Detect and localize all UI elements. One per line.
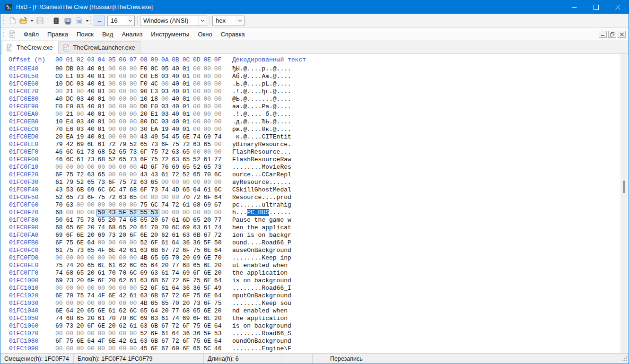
hex-byte[interactable]: 6E bbox=[77, 232, 87, 239]
hex-byte[interactable]: 75 bbox=[66, 171, 76, 179]
hex-byte[interactable]: 65 bbox=[130, 194, 140, 201]
hex-byte[interactable]: 63 bbox=[193, 224, 203, 232]
hex-byte[interactable]: 52 bbox=[140, 285, 150, 292]
resize-grip[interactable] bbox=[622, 355, 628, 363]
hex-byte[interactable]: 40 bbox=[87, 133, 97, 141]
row-offset[interactable]: 01FC0E80 bbox=[9, 95, 38, 103]
row-offset[interactable]: 01FC0F30 bbox=[9, 179, 38, 186]
hex-byte[interactable]: 40 bbox=[172, 103, 182, 111]
hex-byte[interactable]: 03 bbox=[77, 65, 87, 73]
hex-byte[interactable]: 20 bbox=[140, 111, 150, 118]
hex-byte[interactable]: 74 bbox=[172, 315, 182, 322]
hex-byte[interactable]: 52 bbox=[130, 141, 140, 148]
hex-byte[interactable]: 65 bbox=[183, 148, 193, 156]
hex-byte[interactable]: 6F bbox=[203, 194, 214, 201]
decoded-text[interactable]: the application bbox=[232, 315, 291, 322]
mdi-restore-button[interactable] bbox=[608, 31, 616, 38]
tab-thecrew-exe[interactable]: FBA0TheCrew.exe bbox=[2, 41, 59, 54]
hex-byte[interactable]: 6E bbox=[183, 345, 193, 353]
hex-byte[interactable]: 69 bbox=[77, 141, 87, 148]
menu-item[interactable]: Вид bbox=[98, 29, 118, 40]
row-offset[interactable]: 01FC0E60 bbox=[9, 80, 38, 88]
hex-byte[interactable]: 00 bbox=[108, 80, 119, 88]
hex-byte[interactable]: 68 bbox=[98, 156, 108, 164]
hex-byte[interactable]: 6F bbox=[183, 292, 193, 300]
bytes-per-row-select[interactable]: 16 bbox=[107, 16, 135, 26]
hex-byte[interactable]: 00 bbox=[98, 345, 108, 353]
hex-byte[interactable]: 63 bbox=[151, 315, 161, 322]
hex-byte[interactable]: 6F bbox=[140, 186, 150, 194]
hex-byte[interactable]: 00 bbox=[130, 285, 140, 292]
menu-item[interactable]: Поиск bbox=[72, 29, 98, 40]
hex-byte[interactable]: 20 bbox=[214, 262, 225, 269]
row-offset[interactable]: 01FC0F00 bbox=[9, 156, 38, 164]
decoded-text[interactable]: ut enabled when bbox=[232, 262, 291, 269]
hex-byte[interactable]: 45 bbox=[172, 133, 182, 141]
hex-byte[interactable]: 65 bbox=[161, 300, 172, 307]
hex-byte[interactable]: 77 bbox=[172, 307, 182, 315]
hex-byte[interactable]: 00 bbox=[108, 345, 119, 353]
save-button[interactable] bbox=[34, 15, 45, 26]
minimize-button[interactable] bbox=[563, 0, 585, 14]
hex-byte[interactable]: 72 bbox=[172, 292, 182, 300]
bytes-per-row-width-icon[interactable]: ↔ bbox=[94, 16, 105, 26]
hex-byte[interactable]: 65 bbox=[140, 262, 150, 269]
hex-byte[interactable]: 63 bbox=[119, 194, 129, 201]
decoded-text[interactable]: ound....Road66_P bbox=[232, 239, 291, 247]
hex-byte[interactable]: 05 bbox=[161, 65, 172, 73]
hex-byte[interactable]: 6B bbox=[193, 232, 203, 239]
hex-byte[interactable]: 6E bbox=[55, 292, 66, 300]
hex-byte[interactable]: 6E bbox=[203, 277, 214, 285]
hex-byte[interactable]: 19 bbox=[77, 133, 87, 141]
hex-byte[interactable]: 61 bbox=[161, 269, 172, 277]
hex-byte[interactable]: 65 bbox=[161, 254, 172, 262]
hex-byte[interactable]: 00 bbox=[130, 345, 140, 353]
hex-byte[interactable]: 01 bbox=[183, 73, 193, 80]
hex-byte[interactable]: 64 bbox=[172, 330, 182, 338]
hex-byte[interactable]: 75 bbox=[193, 292, 203, 300]
hex-byte[interactable]: 40 bbox=[172, 111, 182, 118]
open-file-button[interactable] bbox=[18, 15, 29, 26]
hex-byte[interactable]: 73 bbox=[193, 300, 203, 307]
hex-byte[interactable]: 00 bbox=[108, 73, 119, 80]
hex-byte[interactable]: 65 bbox=[140, 307, 150, 315]
hex-byte[interactable]: 70 bbox=[55, 126, 66, 133]
hex-byte[interactable]: 64 bbox=[151, 307, 161, 315]
hex-byte[interactable]: 6C bbox=[214, 171, 225, 179]
hex-byte[interactable]: 00 bbox=[55, 88, 66, 95]
hex-byte[interactable]: 65 bbox=[66, 194, 76, 201]
row-offset[interactable]: 01FC0EE0 bbox=[9, 141, 38, 148]
hex-byte[interactable]: 20 bbox=[214, 315, 225, 322]
hex-byte[interactable]: 6E bbox=[98, 307, 108, 315]
decoded-text[interactable]: pc......ultrahig bbox=[232, 201, 291, 209]
hex-byte[interactable]: 4D bbox=[140, 164, 150, 171]
hex-byte[interactable]: 00 bbox=[87, 345, 97, 353]
hex-byte[interactable]: 64 bbox=[87, 338, 97, 345]
hex-byte[interactable]: 67 bbox=[203, 232, 214, 239]
hex-byte[interactable]: 20 bbox=[77, 307, 87, 315]
hex-byte[interactable]: 6F bbox=[87, 322, 97, 330]
hex-byte[interactable]: 00 bbox=[119, 171, 129, 179]
hex-byte[interactable]: 61 bbox=[203, 224, 214, 232]
hex-byte[interactable]: 69 bbox=[183, 269, 193, 277]
hex-byte[interactable]: 6F bbox=[130, 232, 140, 239]
hex-byte[interactable]: 20 bbox=[87, 224, 97, 232]
hex-byte[interactable]: 75 bbox=[77, 292, 87, 300]
hex-byte[interactable]: 79 bbox=[119, 141, 129, 148]
hex-byte[interactable]: 6F bbox=[161, 141, 172, 148]
hex-byte[interactable]: 01 bbox=[98, 80, 108, 88]
decoded-text[interactable]: .!.@....ђг.@.... bbox=[232, 88, 291, 95]
hex-byte[interactable]: 90 bbox=[140, 88, 150, 95]
hex-byte[interactable]: 53 bbox=[66, 186, 76, 194]
hex-byte[interactable]: 61 bbox=[183, 201, 193, 209]
hex-byte[interactable]: 40 bbox=[172, 73, 182, 80]
hex-byte[interactable]: 62 bbox=[119, 322, 129, 330]
hex-byte[interactable]: 20 bbox=[151, 232, 161, 239]
hex-byte[interactable]: 54 bbox=[161, 133, 172, 141]
decoded-text[interactable]: CSkillGhostMedal bbox=[232, 186, 291, 194]
hex-byte[interactable]: 68 bbox=[130, 186, 140, 194]
hex-byte[interactable]: 00 bbox=[108, 239, 119, 247]
hex-byte[interactable]: 00 bbox=[119, 118, 129, 126]
toolbar-grip[interactable] bbox=[3, 16, 4, 26]
hex-byte[interactable]: 6B bbox=[151, 247, 161, 254]
